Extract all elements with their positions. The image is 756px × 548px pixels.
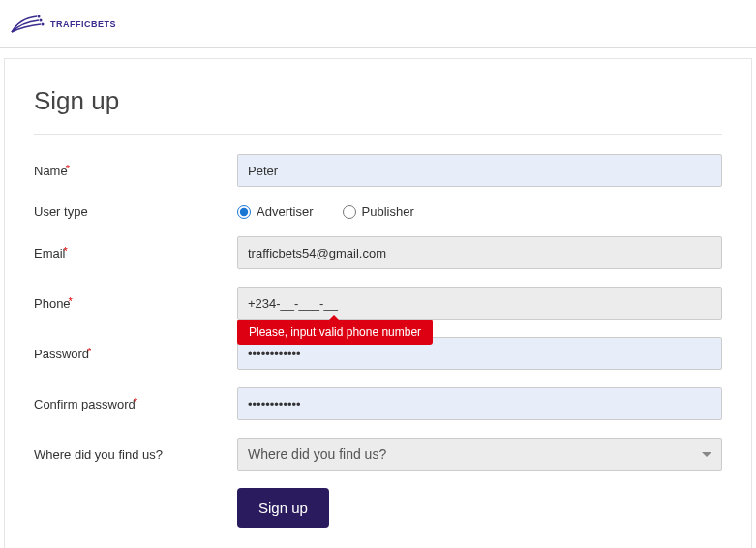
required-mark: * (66, 163, 70, 174)
radio-publisher-input[interactable] (343, 205, 356, 219)
top-header: TRAFFICBETS (0, 0, 756, 48)
svg-point-2 (42, 22, 45, 25)
svg-point-0 (38, 15, 41, 17)
label-usertype: User type (34, 204, 237, 219)
required-mark: * (134, 396, 137, 408)
row-usertype: User type Advertiser Publisher (34, 204, 722, 219)
chevron-down-icon (702, 452, 711, 457)
content: Sign up Name* User type Advertiser Publi… (0, 48, 756, 548)
source-placeholder: Where did you find us? (248, 446, 386, 462)
required-mark: * (64, 245, 68, 257)
brand-logo[interactable]: TRAFFICBETS (10, 13, 116, 36)
logo-icon (10, 13, 48, 36)
phone-error-tooltip: Please, input valid phone number (237, 320, 433, 345)
row-confirm: Confirm password* (34, 387, 722, 420)
phone-input[interactable] (237, 287, 722, 320)
label-source: Where did you find us? (34, 447, 237, 462)
confirm-input[interactable] (237, 387, 722, 420)
row-name: Name* (34, 154, 722, 187)
radio-advertiser[interactable]: Advertiser (237, 204, 314, 219)
signup-card: Sign up Name* User type Advertiser Publi… (4, 58, 752, 548)
signup-button[interactable]: Sign up (237, 488, 329, 528)
name-input[interactable] (237, 154, 722, 187)
svg-point-1 (40, 18, 43, 21)
radio-publisher[interactable]: Publisher (343, 204, 414, 219)
row-source: Where did you find us? Where did you fin… (34, 438, 722, 471)
submit-row: Sign up (237, 488, 722, 528)
required-mark: * (87, 346, 91, 357)
page-title: Sign up (34, 86, 722, 116)
email-input[interactable] (237, 236, 722, 269)
radio-advertiser-input[interactable] (237, 205, 251, 219)
label-password: Password* (34, 347, 237, 361)
label-email: Email* (34, 246, 237, 260)
row-phone: Phone* Please, input valid phone number (34, 287, 722, 320)
label-confirm: Confirm password* (34, 397, 237, 411)
brand-name: TRAFFICBETS (50, 19, 116, 29)
source-select[interactable]: Where did you find us? (237, 438, 722, 471)
label-phone: Phone* (34, 296, 237, 311)
divider (34, 134, 722, 135)
row-email: Email* (34, 236, 722, 269)
label-name: Name* (34, 164, 237, 178)
required-mark: * (69, 295, 73, 307)
